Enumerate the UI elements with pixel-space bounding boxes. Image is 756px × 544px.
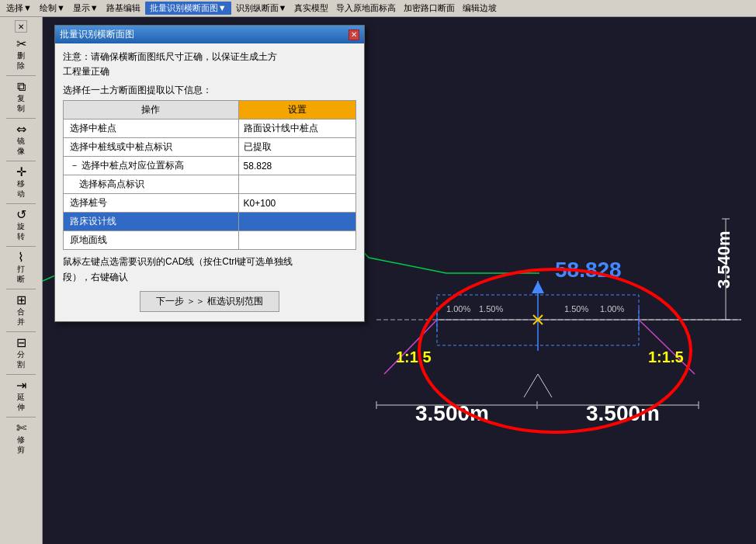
toolbar-edit-slope[interactable]: 编辑边坡	[459, 2, 500, 15]
tool-copy[interactable]: ⧉ 复制	[4, 78, 38, 116]
dialog-hint: 鼠标左键点选需要识别的CAD线（按住Ctrl键可选单独线段），右键确认	[63, 255, 356, 284]
tool-trim[interactable]: ✄ 修剪	[4, 420, 38, 457]
toolbar-display[interactable]: 显示▼	[70, 2, 102, 15]
tool-rotate-label: 旋转	[17, 221, 25, 241]
toolbar: 选择▼ 绘制▼ 显示▼ 路基编辑 批量识别横断面图▼ 识别纵断面▼ 真实模型 导…	[0, 0, 756, 17]
row-val-7	[238, 231, 355, 250]
trim-icon: ✄	[16, 422, 26, 435]
tool-rotate[interactable]: ↺ 旋转	[4, 206, 38, 244]
toolbar-select[interactable]: 选择▼	[3, 2, 35, 15]
svg-text:1:1.5: 1:1.5	[396, 348, 432, 366]
table-row[interactable]: 选择标高点标识	[64, 175, 356, 194]
split-icon: ⊟	[16, 337, 26, 349]
row-val-4	[238, 175, 355, 194]
copy-icon: ⧉	[17, 81, 26, 93]
svg-text:1.00%: 1.00%	[600, 304, 624, 314]
row-op-6: 路床设计线	[64, 213, 239, 231]
toolbar-recognize-profile[interactable]: 识别纵断面▼	[233, 2, 290, 15]
next-btn-row: 下一步 ＞＞ 框选识别范围	[63, 291, 356, 312]
row-val-5: K0+100	[238, 194, 355, 213]
sidebar: ✕ ✂ 删除 ⧉ 复制 ⇔ 镜像 ✛ 移动 ↺ 旋转 ⌇ 打断 ⊞ 合并 ⊟ 分…	[0, 17, 43, 544]
row-val-3: 58.828	[238, 157, 355, 175]
divider-8	[6, 374, 36, 375]
dialog-title: 批量识别横断面图	[60, 28, 134, 41]
tool-delete[interactable]: ✂ 删除	[4, 36, 38, 73]
tool-merge-label: 合并	[17, 307, 25, 327]
divider-1	[6, 75, 36, 76]
toolbar-draw[interactable]: 绘制▼	[36, 2, 68, 15]
row-op-4: 选择标高点标识	[64, 175, 239, 194]
tool-delete-label: 删除	[17, 50, 25, 71]
divider-3	[6, 161, 36, 161]
divider-4	[6, 203, 36, 204]
divider-6	[6, 289, 36, 289]
tool-mirror[interactable]: ⇔ 镜像	[4, 121, 38, 158]
divider-2	[6, 118, 36, 119]
tool-trim-label: 修剪	[17, 435, 25, 455]
toolbar-dense-section[interactable]: 加密路口断面	[401, 2, 458, 15]
tool-move-label: 移动	[17, 178, 25, 199]
rotate-icon: ↺	[16, 209, 26, 221]
move-icon: ✛	[16, 166, 26, 178]
svg-text:1:1.5: 1:1.5	[648, 348, 684, 366]
col-header-op: 操作	[64, 101, 239, 120]
svg-text:1.50%: 1.50%	[479, 304, 503, 314]
toolbar-batch-recognize[interactable]: 批量识别横断面图▼	[145, 2, 231, 15]
extend-icon: ⇥	[16, 379, 26, 392]
tool-break-label: 打断	[17, 264, 25, 284]
dialog: 批量识别横断面图 ✕ 注意：请确保横断面图纸尺寸正确，以保证生成土方工程量正确 …	[54, 25, 365, 322]
divider-9	[6, 417, 36, 418]
svg-text:1.50%: 1.50%	[564, 304, 588, 314]
dialog-titlebar[interactable]: 批量识别横断面图 ✕	[55, 26, 364, 43]
tool-break[interactable]: ⌇ 打断	[4, 249, 38, 286]
divider-5	[6, 246, 36, 247]
dialog-body: 注意：请确保横断面图纸尺寸正确，以保证生成土方工程量正确 选择任一土方断面图提取…	[55, 43, 364, 321]
dialog-close-button[interactable]: ✕	[349, 29, 359, 40]
row-val-1: 路面设计线中桩点	[238, 120, 355, 138]
dialog-section-label: 选择任一土方断面图提取以下信息：	[63, 84, 356, 97]
table-row-selected[interactable]: 路床设计线	[64, 213, 356, 231]
toolbar-real-model[interactable]: 真实模型	[291, 2, 331, 15]
close-x-button[interactable]: ✕	[15, 20, 27, 33]
row-val-6	[238, 213, 355, 231]
tool-split-label: 分割	[17, 349, 25, 369]
table-row[interactable]: 选择中桩点 路面设计线中桩点	[64, 120, 356, 138]
row-op-1: 选择中桩点	[64, 120, 239, 138]
toolbar-roadbed-edit[interactable]: 路基编辑	[103, 2, 144, 15]
row-op-2: 选择中桩线或中桩点标识	[64, 138, 239, 157]
tool-mirror-label: 镜像	[17, 136, 25, 156]
tool-extend[interactable]: ⇥ 延伸	[4, 377, 38, 414]
row-op-3: 选择中桩点对应位置标高	[64, 157, 239, 175]
tool-merge[interactable]: ⊞ 合并	[4, 292, 38, 329]
table-row[interactable]: 原地面线	[64, 231, 356, 250]
tool-copy-label: 复制	[17, 93, 25, 113]
row-op-7: 原地面线	[64, 231, 239, 250]
next-step-button[interactable]: 下一步 ＞＞ 框选识别范围	[140, 291, 280, 312]
mirror-icon: ⇔	[16, 123, 26, 136]
svg-text:3.540m: 3.540m	[714, 230, 733, 289]
delete-icon: ✂	[16, 38, 26, 50]
table-row[interactable]: 选择中桩线或中桩点标识 已提取	[64, 138, 356, 157]
break-icon: ⌇	[18, 251, 24, 264]
row-op-5: 选择桩号	[64, 194, 239, 213]
tool-split[interactable]: ⊟ 分割	[4, 334, 38, 372]
tool-extend-label: 延伸	[17, 392, 25, 412]
col-header-set: 设置	[238, 101, 355, 120]
info-table: 操作 设置 选择中桩点 路面设计线中桩点 选择中桩线或中桩点标识 已提取 选择中…	[63, 100, 356, 250]
dialog-notice: 注意：请确保横断面图纸尺寸正确，以保证生成土方工程量正确	[63, 50, 356, 79]
merge-icon: ⊞	[16, 294, 26, 307]
table-row[interactable]: 选择中桩点对应位置标高 58.828	[64, 157, 356, 175]
toolbar-import-ground[interactable]: 导入原地面标高	[333, 2, 399, 15]
table-row[interactable]: 选择桩号 K0+100	[64, 194, 356, 213]
divider-7	[6, 331, 36, 332]
row-val-2: 已提取	[238, 138, 355, 157]
tool-move[interactable]: ✛ 移动	[4, 164, 38, 201]
svg-text:1.00%: 1.00%	[446, 304, 470, 314]
